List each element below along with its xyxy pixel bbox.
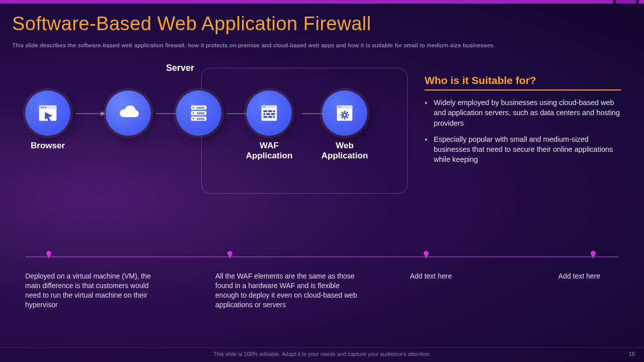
svg-point-3 bbox=[43, 107, 44, 108]
svg-rect-16 bbox=[197, 119, 204, 120]
server-label: Server bbox=[166, 63, 194, 73]
timeline-items: Deployed on a virtual machine (VM), the … bbox=[25, 272, 619, 310]
svg-rect-15 bbox=[197, 118, 204, 119]
server-icon bbox=[176, 90, 221, 136]
timeline-pin-icon bbox=[226, 251, 233, 262]
svg-rect-25 bbox=[266, 113, 270, 115]
svg-line-42 bbox=[347, 112, 348, 113]
svg-rect-29 bbox=[273, 116, 275, 118]
timeline-item: All the WAF elements are the same as tho… bbox=[215, 272, 360, 310]
slide-subtitle: This slide describes the software-based … bbox=[12, 42, 495, 48]
svg-rect-7 bbox=[197, 107, 204, 108]
firewall-icon bbox=[247, 90, 292, 136]
server-node bbox=[171, 90, 226, 136]
suitability-heading: Who is it Suitable for? bbox=[425, 74, 621, 90]
cloud-icon bbox=[106, 90, 151, 136]
web-app-label: Web Application bbox=[317, 141, 372, 161]
timeline-item: Add text here bbox=[558, 272, 619, 310]
page-number: 15 bbox=[629, 351, 635, 357]
svg-point-32 bbox=[338, 106, 339, 107]
top-accent-bar bbox=[0, 0, 644, 4]
svg-point-10 bbox=[193, 113, 194, 114]
web-app-node: Web Application bbox=[317, 90, 372, 161]
svg-rect-22 bbox=[268, 110, 272, 112]
svg-point-2 bbox=[41, 107, 42, 108]
timeline-pin-icon bbox=[45, 251, 52, 262]
svg-rect-28 bbox=[268, 116, 272, 118]
browser-node: Browser bbox=[20, 90, 75, 151]
timeline-line bbox=[25, 256, 619, 257]
svg-point-20 bbox=[265, 106, 266, 107]
slide-title: Software-Based Web Application Firewall bbox=[12, 13, 371, 35]
svg-point-4 bbox=[45, 107, 46, 108]
browser-label: Browser bbox=[20, 141, 75, 151]
suitability-bullet: Widely employed by businesses using clou… bbox=[434, 98, 621, 128]
svg-line-39 bbox=[342, 112, 343, 113]
svg-line-41 bbox=[342, 117, 343, 118]
footer-note: This slide is 100% editable. Adapt it to… bbox=[0, 347, 644, 357]
waf-label: WAF Application bbox=[242, 141, 297, 161]
svg-point-6 bbox=[193, 107, 194, 109]
svg-rect-23 bbox=[273, 110, 275, 112]
svg-rect-11 bbox=[197, 113, 204, 113]
svg-rect-8 bbox=[197, 108, 204, 109]
browser-icon bbox=[25, 90, 70, 136]
timeline-pin-icon bbox=[423, 251, 430, 262]
svg-point-19 bbox=[263, 106, 264, 107]
gear-icon bbox=[322, 90, 367, 136]
cloud-node bbox=[101, 90, 156, 136]
suitability-bullet: Especially popular with small and medium… bbox=[434, 134, 621, 165]
svg-point-33 bbox=[340, 106, 341, 107]
architecture-diagram: Server Browser bbox=[20, 63, 408, 199]
timeline-pin-icon bbox=[590, 251, 597, 262]
svg-rect-12 bbox=[197, 114, 204, 114]
svg-rect-21 bbox=[264, 110, 268, 112]
waf-node: WAF Application bbox=[242, 90, 297, 161]
svg-rect-24 bbox=[264, 113, 266, 115]
svg-rect-27 bbox=[264, 116, 268, 118]
svg-line-40 bbox=[347, 117, 348, 118]
svg-rect-26 bbox=[271, 113, 275, 115]
server-group-box bbox=[201, 68, 408, 194]
suitability-panel: Who is it Suitable for? Widely employed … bbox=[425, 74, 621, 171]
timeline-item: Add text here bbox=[410, 272, 470, 310]
timeline-item: Deployed on a virtual machine (VM), the … bbox=[25, 272, 160, 310]
svg-point-14 bbox=[193, 118, 194, 120]
